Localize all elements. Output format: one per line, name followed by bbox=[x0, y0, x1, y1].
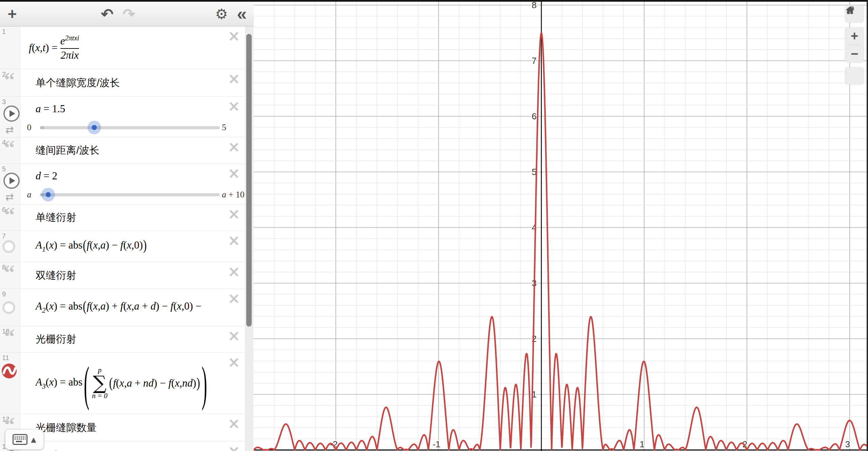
loop-mode-icon[interactable]: ⇄ bbox=[5, 191, 14, 203]
hide-curve-toggle[interactable] bbox=[2, 301, 15, 314]
row-number: 1 bbox=[2, 28, 6, 36]
add-expression-button[interactable]: + bbox=[5, 2, 20, 26]
delete-expression-button[interactable]: × bbox=[228, 264, 240, 279]
svg-text:1: 1 bbox=[640, 439, 644, 449]
slider-track[interactable] bbox=[40, 126, 220, 129]
zoom-in-button[interactable]: + bbox=[845, 27, 864, 45]
slider-min-label[interactable]: 0 bbox=[20, 122, 38, 133]
graph-settings-gear-button[interactable]: ⚙ bbox=[214, 2, 229, 26]
note-cell[interactable]: 光栅缝隙数量 bbox=[20, 414, 254, 441]
formula-A1[interactable]: A1(x) = abs(f(x,a) − f(x,0)) bbox=[20, 231, 254, 262]
sum-inner-expression: (f(x,a + nd) − f(x,nd)) bbox=[109, 377, 200, 389]
delete-expression-button[interactable]: × bbox=[228, 416, 240, 431]
wave-icon bbox=[2, 364, 17, 378]
note-cell[interactable]: 双缝衍射 bbox=[20, 262, 254, 289]
expression-list-panel: + ↶ ↷ ⚙ « 1 f(x,t) = e2πtxi 2πix bbox=[0, 2, 254, 451]
note-cell[interactable]: 缝间距离/波长 bbox=[20, 137, 254, 163]
redo-button[interactable]: ↷ bbox=[121, 2, 137, 26]
expression-row-1: 1 f(x,t) = e2πtxi 2πix × bbox=[0, 26, 254, 69]
note-cell[interactable]: 单个缝隙宽度/波长 bbox=[20, 69, 254, 96]
collapse-panel-button[interactable]: « bbox=[234, 2, 250, 29]
curve-color-toggle[interactable] bbox=[2, 364, 17, 378]
row-number: 9 bbox=[2, 290, 6, 298]
expression-row-5: 5 ⇄ d = 2 a a + 10 × bbox=[0, 164, 254, 204]
show-keyboard-button[interactable]: ▲ bbox=[5, 430, 43, 449]
formula-prefix: A3(x) = abs bbox=[36, 376, 82, 391]
delete-expression-button[interactable]: × bbox=[228, 355, 240, 370]
expression-row-2: 2 “ 单个缝隙宽度/波长 × bbox=[0, 69, 254, 97]
expression-row-10: 10 “ 光栅衍射 × bbox=[0, 326, 254, 353]
delete-expression-button[interactable]: × bbox=[228, 71, 240, 86]
slider-max-label[interactable]: a + 10 bbox=[222, 190, 245, 200]
slider-handle[interactable] bbox=[41, 188, 55, 201]
row-gutter: 2 “ bbox=[0, 69, 20, 96]
note-cell[interactable]: 单缝衍射 bbox=[20, 204, 254, 231]
note-cell[interactable]: 光栅衍射 bbox=[20, 326, 254, 352]
row-number: 11 bbox=[2, 354, 9, 362]
expression-row-3: 3 ⇄ a = 1.5 0 5 × bbox=[0, 97, 254, 137]
play-slider-button[interactable] bbox=[3, 173, 20, 189]
note-text: 缝间距离/波长 bbox=[20, 143, 99, 157]
desmos-app: 12345678-2-1123 + − bbox=[0, 0, 868, 451]
row-gutter: 5 ⇄ bbox=[0, 164, 20, 204]
frac-denominator: 2πix bbox=[61, 49, 79, 61]
formula-text: A2(x) = abs(f(x,a) + f(x,a + d) − f(x,0)… bbox=[36, 300, 201, 315]
row-gutter: 10 “ bbox=[0, 326, 20, 352]
graph-plot[interactable]: 12345678-2-1123 bbox=[254, 2, 867, 451]
slider-p-cell[interactable]: p = 4 bbox=[20, 442, 254, 451]
undo-button[interactable]: ↶ bbox=[99, 2, 115, 26]
loop-mode-icon[interactable]: ⇄ bbox=[5, 124, 14, 136]
delete-expression-button[interactable]: × bbox=[228, 233, 240, 248]
gear-icon: ⚙ bbox=[215, 6, 228, 22]
delete-expression-button[interactable]: × bbox=[228, 99, 240, 114]
plus-icon: + bbox=[851, 30, 858, 42]
expression-row-4: 4 “ 缝间距离/波长 × bbox=[0, 137, 254, 164]
fraction-bar bbox=[60, 48, 79, 49]
graph-canvas[interactable]: 12345678-2-1123 + − bbox=[254, 2, 867, 451]
zoom-out-button[interactable]: − bbox=[845, 45, 864, 63]
plus-icon: + bbox=[8, 5, 17, 23]
row-gutter: 3 ⇄ bbox=[0, 97, 20, 137]
row-gutter: 6 “ bbox=[0, 204, 20, 231]
svg-text:6: 6 bbox=[532, 111, 537, 121]
play-slider-button[interactable] bbox=[3, 105, 20, 122]
big-left-paren: ( bbox=[84, 355, 89, 411]
delete-expression-button[interactable]: × bbox=[228, 28, 240, 43]
note-quote-icon: “ bbox=[4, 69, 15, 91]
delete-expression-button[interactable]: × bbox=[228, 328, 240, 343]
delete-expression-button[interactable]: × bbox=[228, 139, 240, 154]
big-right-paren: ) bbox=[202, 355, 207, 411]
scrollbar-thumb[interactable] bbox=[246, 34, 252, 327]
expression-row-7: 7 A1(x) = abs(f(x,a) − f(x,0)) × bbox=[0, 231, 254, 262]
default-view-button[interactable] bbox=[845, 67, 864, 85]
row-gutter: 9 bbox=[0, 289, 20, 326]
slider-min-label[interactable]: a bbox=[20, 190, 38, 200]
slider-handle[interactable] bbox=[88, 121, 101, 134]
play-icon bbox=[9, 177, 15, 184]
zoom-group: + − bbox=[845, 27, 864, 63]
delete-expression-button[interactable]: × bbox=[228, 444, 240, 451]
row-number: 7 bbox=[2, 232, 6, 240]
formula-A3[interactable]: A3(x) = abs ( p ∑ n = 0 (f(x,a + nd) − f… bbox=[20, 353, 254, 414]
sum-lower-limit: n = 0 bbox=[92, 392, 108, 400]
note-quote-icon: “ bbox=[4, 137, 15, 159]
svg-text:3: 3 bbox=[845, 439, 850, 449]
note-text: 单缝衍射 bbox=[20, 211, 76, 224]
delete-expression-button[interactable]: × bbox=[228, 166, 240, 181]
formula-A2[interactable]: A2(x) = abs(f(x,a) + f(x,a + d) − f(x,0)… bbox=[20, 289, 254, 326]
note-text: 单个缝隙宽度/波长 bbox=[20, 76, 120, 90]
note-text: 光栅衍射 bbox=[20, 332, 76, 346]
formula-f[interactable]: f(x,t) = e2πtxi 2πix bbox=[20, 26, 254, 69]
delete-expression-button[interactable]: × bbox=[228, 291, 240, 306]
play-icon bbox=[9, 110, 15, 117]
sidebar-scrollbar bbox=[245, 26, 253, 451]
slider-max-label[interactable]: 5 bbox=[222, 122, 226, 133]
fraction: e2πtxi 2πix bbox=[60, 34, 79, 61]
row-gutter: 1 bbox=[0, 26, 20, 69]
row-number: 3 bbox=[2, 98, 6, 106]
slider-track[interactable] bbox=[40, 193, 220, 196]
home-icon bbox=[845, 5, 855, 15]
delete-expression-button[interactable]: × bbox=[228, 207, 240, 221]
hide-curve-toggle[interactable] bbox=[2, 240, 15, 253]
minus-icon: − bbox=[851, 47, 858, 60]
